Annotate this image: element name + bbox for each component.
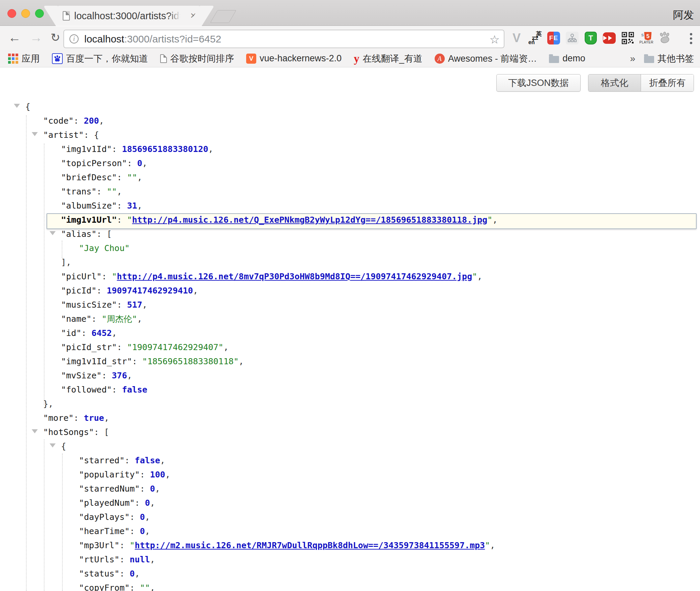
collapse-toggle-icon[interactable]: [32, 132, 38, 136]
json-token: "id": [61, 328, 81, 338]
minimize-window-button[interactable]: [21, 9, 30, 18]
json-token: :: [117, 215, 127, 225]
json-token: false: [122, 385, 147, 395]
json-token: :: [112, 144, 122, 154]
maximize-window-button[interactable]: [35, 9, 44, 18]
other-bookmarks-folder[interactable]: 其他书签: [644, 53, 694, 65]
json-token: "briefDesc": [61, 173, 117, 182]
json-token: 6452: [91, 328, 112, 338]
json-line: "artist": {: [0, 128, 700, 142]
qr-code-icon[interactable]: [621, 31, 635, 45]
bookmark-item[interactable]: 谷歌按时间排序: [160, 53, 234, 65]
close-window-button[interactable]: [7, 9, 16, 18]
json-token: ,: [477, 272, 482, 281]
json-token: ,: [127, 371, 132, 380]
bookmark-label: vue-hackernews-2.0: [260, 53, 342, 64]
json-line: "picId": 19097417462929410,: [0, 284, 700, 298]
json-token: ": [127, 215, 132, 225]
bookmark-label: 应用: [22, 53, 40, 65]
json-token: ,: [193, 286, 198, 296]
folder-icon: [549, 56, 559, 63]
json-line: "popularity": 100,: [0, 468, 700, 482]
back-button[interactable]: ←: [8, 26, 21, 50]
json-token: {: [61, 441, 66, 451]
tab-close-icon[interactable]: ×: [190, 10, 196, 21]
paw-extension-icon[interactable]: [658, 31, 672, 45]
html5-player-icon[interactable]: s 5 PLAYER: [640, 31, 653, 45]
extensions-row: V ⇄ 英 en FE T: [510, 26, 672, 50]
url-text[interactable]: localhost:3000/artists?id=6452: [84, 33, 221, 45]
url-link[interactable]: http://m2.music.126.net/RMJR7wDullRqppBk…: [135, 540, 485, 550]
forward-button: →: [30, 26, 42, 50]
json-token: :: [140, 470, 150, 479]
bookmarks-overflow-icon[interactable]: »: [630, 53, 635, 64]
bookmark-item[interactable]: y在线翻译_有道: [354, 53, 422, 65]
json-token: ,: [137, 173, 142, 182]
json-token: 18569651883380120: [122, 144, 208, 154]
reload-button[interactable]: ↻: [51, 26, 60, 50]
json-token: "starredNum": [79, 484, 140, 494]
json-token: 0: [130, 569, 135, 579]
json-token: ,: [117, 187, 122, 196]
format-button[interactable]: 格式化: [588, 74, 641, 91]
collapse-toggle-icon[interactable]: [32, 429, 38, 433]
json-token: 0: [150, 484, 155, 494]
json-token: "周杰伦": [101, 314, 137, 324]
json-token: ,: [224, 342, 229, 352]
json-token: "status": [79, 569, 119, 579]
json-token: :: [140, 484, 150, 494]
bookmark-item[interactable]: demo: [549, 53, 585, 64]
json-token: ,: [137, 201, 142, 211]
bookmark-item[interactable]: AAwesomes - 前端资…: [435, 53, 537, 65]
json-token: "picId_str": [61, 342, 117, 352]
browser-tab[interactable]: localhost:3000/artists?id=645 ×: [57, 6, 201, 26]
collapse-toggle-icon[interactable]: [50, 231, 56, 235]
json-line: "alias": [: [0, 227, 700, 241]
json-line: {: [0, 439, 700, 454]
tampermonkey-icon[interactable]: T: [584, 31, 597, 45]
json-line: "code": 200,: [0, 114, 700, 128]
bookmark-star-icon[interactable]: ☆: [490, 33, 500, 46]
url-link[interactable]: http://p4.music.126.net/8mv7qP30Pd3oHW8b…: [117, 272, 472, 281]
json-token: ,: [492, 215, 497, 225]
site-info-icon[interactable]: i: [69, 34, 79, 43]
json-token: :: [130, 512, 140, 522]
json-token: :: [135, 498, 145, 508]
fe-extension-icon[interactable]: FE: [547, 31, 560, 45]
collapse-toggle-icon[interactable]: [14, 104, 20, 108]
json-line: "picId_str": "19097417462929407",: [0, 340, 700, 354]
json-line: },: [0, 397, 700, 411]
json-token: ,: [99, 116, 104, 126]
profile-name[interactable]: 阿发: [673, 8, 694, 22]
bookmark-items: 应用百度一下，你就知道谷歌按时间排序Vvue-hackernews-2.0y在线…: [8, 50, 585, 67]
new-tab-button[interactable]: [210, 10, 236, 23]
url-link[interactable]: http://p4.music.126.net/Q_ExePNkmgB2yWyL…: [132, 215, 488, 225]
json-token: :: [96, 187, 107, 196]
json-token: : [: [94, 427, 109, 437]
translate-extension-icon[interactable]: ⇄ 英 en: [528, 31, 542, 45]
vue-bookmark-icon: V: [246, 54, 256, 64]
browser-menu-icon[interactable]: [690, 31, 693, 46]
json-token: ": [112, 272, 117, 281]
json-line: "dayPlays": 0,: [0, 510, 700, 524]
address-bar[interactable]: i localhost:3000/artists?id=6452 ☆: [63, 30, 504, 48]
bookmark-item[interactable]: Vvue-hackernews-2.0: [246, 53, 342, 64]
sitemap-extension-icon[interactable]: [565, 31, 579, 45]
bookmark-item[interactable]: 应用: [8, 53, 40, 65]
json-token: ],: [61, 257, 71, 267]
json-line: "mp3Url": "http://m2.music.126.net/RMJR7…: [0, 538, 700, 553]
json-token: 100: [150, 470, 165, 479]
download-json-button[interactable]: 下载JSON数据: [496, 74, 581, 92]
json-token: "hearTime": [79, 526, 130, 536]
json-token: "19097417462929407": [127, 342, 224, 352]
bookmarks-bar: 应用百度一下，你就知道谷歌按时间排序Vvue-hackernews-2.0y在线…: [0, 50, 700, 67]
json-token: ,: [150, 555, 155, 564]
video-download-icon[interactable]: [603, 31, 616, 45]
json-token: "topicPerson": [61, 158, 127, 168]
bookmark-item[interactable]: 百度一下，你就知道: [52, 53, 148, 65]
page-icon: [160, 54, 167, 63]
collapse-all-button[interactable]: 折叠所有: [641, 74, 694, 91]
collapse-toggle-icon[interactable]: [50, 443, 56, 447]
url-host: localhost: [84, 33, 124, 44]
vue-devtools-icon[interactable]: V: [510, 31, 523, 45]
